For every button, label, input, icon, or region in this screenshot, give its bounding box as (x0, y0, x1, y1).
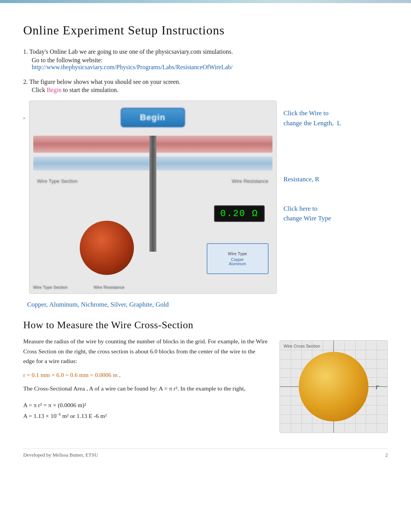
equation-2: A = 1.13 × 10- 6 m² or 1.13 E -6 m² (23, 411, 268, 421)
sim-wire-type-options: CopperAluminum (229, 257, 246, 266)
item2-begin-label: Begin (47, 87, 62, 93)
equation-1: A = π r² = π × (0.0006 m)² (23, 400, 268, 411)
item2-text2-suffix: to start the simulation. (62, 87, 118, 93)
equations: A = π r² = π × (0.0006 m)² A = 1.13 × 10… (23, 400, 268, 421)
figure-area: , Begin Wire Type Section Wire Resistanc… (23, 101, 388, 294)
comma-label: , (23, 112, 25, 120)
sim-label-right: Wire Resistance (232, 178, 269, 184)
sim-wire-type-label: Wire Type (228, 251, 247, 256)
sim-wire-type-box[interactable]: Wire Type CopperAluminum (207, 243, 269, 274)
materials-text: Copper, Aluminum, Nichrome, Silver, Grap… (27, 301, 169, 308)
footer-right: 2 (385, 452, 388, 458)
item2-number: 2. (23, 78, 28, 85)
measure-text: Measure the radius of the wire by counti… (23, 336, 279, 425)
annotation-resistance: Resistance, R (284, 174, 320, 184)
measure-formula: r = 0.1 mm × 6.0 = 0.6 mm = 0.0006 m . (23, 370, 268, 380)
item1-link[interactable]: http://www.thephysicsaviary.com/Physics/… (32, 64, 233, 70)
measure-formula-highlight: r = 0.1 mm × 6.0 = 0.6 mm = 0.0006 m (23, 372, 118, 378)
top-bar (0, 0, 411, 3)
sim-label-left: Wire Type Section (37, 178, 78, 184)
item1-text2: Go to the following website: (32, 57, 103, 63)
radius-label: r (375, 382, 379, 392)
footer-left: Developed by Melissa Butner, ETSU (23, 452, 98, 458)
measure-paragraph1: Measure the radius of the wire by counti… (23, 336, 268, 366)
cross-section-label: Wire Cross Section (284, 344, 320, 348)
simulation-image: Begin Wire Type Section Wire Resistance … (29, 101, 277, 294)
item1-number: 1. (23, 48, 28, 55)
instruction-item-2: 2. The figure below shows what you shoul… (23, 77, 388, 94)
wire-circle (299, 352, 368, 421)
figure-annotations: Click the Wire to change the Length, L R… (277, 101, 388, 223)
sim-bottom-labels: Wire Type Section Wire Resistance (33, 285, 125, 290)
page-title: Online Experiment Setup Instructions (23, 23, 388, 38)
item1-text1: Today's Online Lab we are going to use o… (29, 48, 233, 55)
measure-section: Measure the radius of the wire by counti… (23, 336, 388, 433)
annotation-wire-length: Click the Wire to change the Length, L (284, 108, 341, 128)
sim-wire-circle (80, 221, 134, 275)
sim-begin-button[interactable]: Begin (120, 108, 185, 127)
instructions-list: 1. Today's Online Lab we are going to us… (23, 47, 388, 94)
measure-paragraph2: The Cross-Sectional Area , A of a wire c… (23, 384, 268, 394)
instruction-item-1: 1. Today's Online Lab we are going to us… (23, 47, 388, 71)
wire-cross-section-image: Wire Cross Section r (279, 340, 388, 433)
materials-line: Copper, Aluminum, Nichrome, Silver, Grap… (27, 301, 388, 309)
measure-section-title: How to Measure the Wire Cross-Section (23, 319, 388, 331)
item2-text2-prefix: Click (32, 87, 47, 93)
footer: Developed by Melissa Butner, ETSU 2 (23, 448, 388, 458)
sim-resistance-display: 0.20 Ω (214, 205, 264, 222)
sim-vertical-connector (149, 136, 156, 252)
annotation-wiretype: Click here to change Wire Type (284, 204, 331, 223)
item2-text1: The figure below shows what you should s… (29, 78, 181, 85)
